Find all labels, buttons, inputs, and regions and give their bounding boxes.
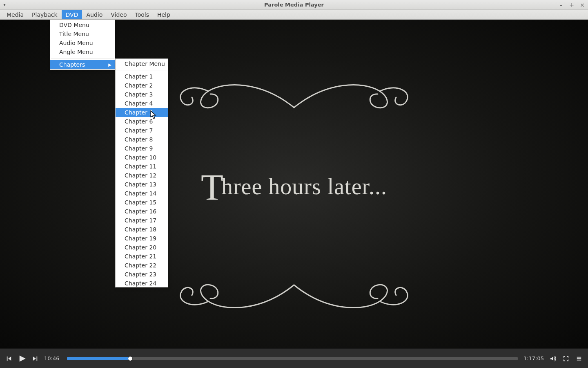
menu-dvd[interactable]: DVD bbox=[62, 10, 82, 19]
current-time-label: 10:46 bbox=[44, 355, 62, 361]
chapter-item[interactable]: Chapter 13 bbox=[116, 180, 168, 189]
chapter-item[interactable]: Chapter 16 bbox=[116, 207, 168, 216]
chapter-item[interactable]: Chapter 14 bbox=[116, 189, 168, 198]
chapter-item[interactable]: Chapter 11 bbox=[116, 162, 168, 171]
chapter-item[interactable]: Chapter 6 bbox=[116, 117, 168, 126]
dvd-menu-item-chapters[interactable]: Chapters ▶ bbox=[50, 60, 115, 69]
menu-audio[interactable]: Audio bbox=[82, 10, 107, 19]
dvd-menu-item-titlemenu[interactable]: Title Menu bbox=[50, 29, 115, 38]
chapters-submenu: Chapter Menu Chapter 1Chapter 2Chapter 3… bbox=[115, 58, 168, 287]
chapter-item[interactable]: Chapter 19 bbox=[116, 234, 168, 243]
chapter-item[interactable]: Chapter 4 bbox=[116, 99, 168, 108]
chapter-item[interactable]: Chapter 8 bbox=[116, 135, 168, 144]
play-button[interactable] bbox=[18, 355, 26, 363]
intertitle-text: Three hours later... bbox=[201, 166, 387, 209]
window-title: Parole Media Player bbox=[0, 2, 588, 8]
chapter-item[interactable]: Chapter 22 bbox=[116, 261, 168, 270]
menu-media[interactable]: Media bbox=[2, 10, 28, 19]
chapter-item[interactable]: Chapter 23 bbox=[116, 270, 168, 279]
previous-button[interactable] bbox=[5, 355, 13, 363]
seek-bar[interactable] bbox=[67, 357, 518, 360]
dvd-menu-item-audiomenu[interactable]: Audio Menu bbox=[50, 38, 115, 47]
menu-separator bbox=[116, 70, 167, 70]
total-time-label: 1:17:05 bbox=[523, 355, 544, 361]
chapter-item[interactable]: Chapter 10 bbox=[116, 153, 168, 162]
volume-button[interactable] bbox=[549, 355, 557, 363]
chapter-item[interactable]: Chapter 7 bbox=[116, 126, 168, 135]
playlist-button[interactable] bbox=[575, 355, 583, 363]
submenu-arrow-icon: ▶ bbox=[108, 63, 111, 67]
title-bar: ▾ Parole Media Player – + × bbox=[0, 0, 588, 10]
chapter-item[interactable]: Chapter 24 bbox=[116, 279, 168, 288]
chapter-item[interactable]: Chapter 3 bbox=[116, 90, 168, 99]
menu-playback[interactable]: Playback bbox=[28, 10, 61, 19]
chapter-item[interactable]: Chapter 18 bbox=[116, 225, 168, 234]
playback-controls: 10:46 1:17:05 bbox=[0, 348, 588, 368]
menu-bar: Media Playback DVD Audio Video Tools Hel… bbox=[0, 10, 588, 20]
decorative-flourish-top bbox=[159, 69, 429, 114]
seek-bar-fill bbox=[67, 357, 130, 360]
fullscreen-button[interactable] bbox=[562, 355, 570, 363]
menu-video[interactable]: Video bbox=[107, 10, 131, 19]
window-maximize-button[interactable]: + bbox=[568, 2, 575, 8]
window-minimize-button[interactable]: – bbox=[558, 2, 564, 8]
appmenu-icon[interactable]: ▾ bbox=[0, 2, 7, 7]
dvd-menu-item-anglemenu[interactable]: Angle Menu bbox=[50, 47, 115, 56]
chapter-item[interactable]: Chapter 1 bbox=[116, 72, 168, 81]
chapter-item[interactable]: Chapter 21 bbox=[116, 252, 168, 261]
dvd-menu-item-dvdmenu[interactable]: DVD Menu bbox=[50, 20, 115, 29]
chapter-item[interactable]: Chapter 9 bbox=[116, 144, 168, 153]
window-close-button[interactable]: × bbox=[579, 2, 586, 8]
seek-bar-knob[interactable] bbox=[128, 357, 132, 361]
chapter-item[interactable]: Chapter 20 bbox=[116, 243, 168, 252]
chapter-item[interactable]: Chapter 5 bbox=[116, 108, 168, 117]
chapter-item[interactable]: Chapter 17 bbox=[116, 216, 168, 225]
chapter-menu-header[interactable]: Chapter Menu bbox=[116, 59, 168, 68]
menu-help[interactable]: Help bbox=[153, 10, 174, 19]
dvd-dropdown-menu: DVD Menu Title Menu Audio Menu Angle Men… bbox=[50, 20, 115, 70]
next-button[interactable] bbox=[31, 355, 39, 363]
chapter-item[interactable]: Chapter 15 bbox=[116, 198, 168, 207]
menu-tools[interactable]: Tools bbox=[131, 10, 153, 19]
chapter-item[interactable]: Chapter 2 bbox=[116, 81, 168, 90]
menu-item-label: Chapters bbox=[59, 61, 85, 68]
decorative-flourish-bottom bbox=[159, 279, 429, 324]
menu-separator bbox=[51, 58, 114, 58]
chapter-item[interactable]: Chapter 12 bbox=[116, 171, 168, 180]
